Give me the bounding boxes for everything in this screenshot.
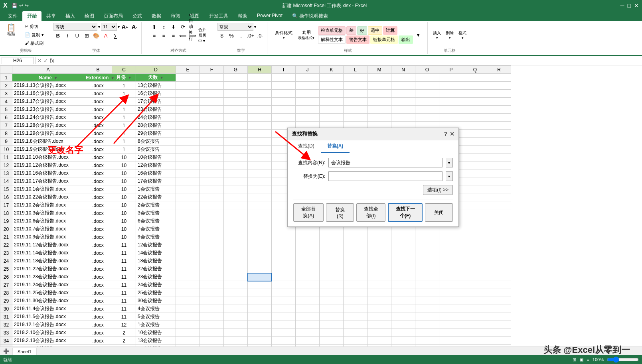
cell-33b[interactable]: .docx [84,329,112,337]
cell-29k[interactable] [320,297,344,305]
tab-developer[interactable]: 开发工具 [204,11,233,21]
cancel-formula-icon[interactable]: ✕ [37,57,42,64]
cell-21k[interactable] [320,233,344,241]
cell-30b[interactable]: .docx [84,305,112,313]
cell-26m[interactable] [367,273,391,281]
cell-23d[interactable]: 14会议报告 [136,249,176,257]
center-align-button[interactable]: ≡ [160,31,168,39]
cell-22m[interactable] [367,241,391,249]
cell-5p[interactable] [439,106,463,114]
cell-30c[interactable]: 11 [112,305,136,313]
cell-2g[interactable] [224,82,248,90]
cell-9f[interactable] [200,138,224,146]
find-input-arrow[interactable]: ▾ [446,158,453,167]
cell-3i[interactable] [272,90,296,98]
header-name[interactable]: Name ▼ [12,74,84,82]
cell-18d[interactable]: 3会议报告 [136,209,176,217]
table-format-button[interactable]: 套用 表格格式▾ [296,28,316,42]
cell-27j[interactable] [296,281,320,289]
cell-16a[interactable]: 2019.10.22会议报告.docx [12,193,84,201]
cell-34d[interactable]: 13会议报告 [136,337,176,345]
cell-6q[interactable] [463,114,487,122]
view-page-icon[interactable]: ≡ [587,357,589,362]
cell-28b[interactable]: .docx [84,289,112,297]
cell-22n[interactable] [391,241,415,249]
cell-17f[interactable] [200,201,224,209]
cell-5j[interactable] [296,106,320,114]
cell-6i[interactable] [272,114,296,122]
dialog-tab-find[interactable]: 查找(D) [292,140,321,153]
cell-34k[interactable] [320,337,344,345]
cell-13a[interactable]: 2019.10.16会议报告.docx [12,169,84,177]
cell-35g[interactable] [224,345,248,347]
cell-1e[interactable] [176,74,200,82]
cell-8h[interactable] [248,130,272,138]
cell-27h[interactable] [248,281,272,289]
cell-9g[interactable] [224,138,248,146]
cell-14b[interactable]: .docx [84,177,112,185]
border-button[interactable]: ⊞ [82,31,91,39]
cell-29i[interactable] [272,297,296,305]
cell-21l[interactable] [344,233,367,241]
cell-19e[interactable] [176,217,200,225]
col-header-H[interactable]: H [248,66,272,74]
close-dialog-button[interactable]: 关闭 [425,203,453,222]
font-color-button[interactable]: A [101,31,110,39]
cell-21a[interactable]: 2019.10.9会议报告.docx [12,233,84,241]
cell-19c[interactable]: 10 [112,217,136,225]
cut-button[interactable]: ✂ 剪切 [23,23,46,30]
cell-15g[interactable] [224,185,248,193]
warning-text-style[interactable]: 警告文本 [346,35,369,44]
cell-27q[interactable] [463,281,487,289]
cell-32m[interactable] [367,321,391,329]
cell-31n[interactable] [391,313,415,321]
cell-30j[interactable] [296,305,320,313]
cell-23l[interactable] [344,249,367,257]
cell-6h[interactable] [248,114,272,122]
cell-3m[interactable] [367,90,391,98]
cell-29j[interactable] [296,297,320,305]
cell-32c[interactable]: 12 [112,321,136,329]
cell-4g[interactable] [224,98,248,106]
cell-14q[interactable] [463,177,487,185]
cell-15c[interactable]: 10 [112,185,136,193]
cell-3r[interactable] [487,90,511,98]
cell-34j[interactable] [296,337,320,345]
cell-33g[interactable] [224,329,248,337]
cell-34c[interactable]: 2 [112,337,136,345]
cell-5q[interactable] [463,106,487,114]
cell-33i[interactable] [272,329,296,337]
cell-22l[interactable] [344,241,367,249]
cell-24h[interactable] [248,257,272,265]
cell-33n[interactable] [391,329,415,337]
cell-23h[interactable] [248,249,272,257]
cell-2j[interactable] [296,82,320,90]
cell-11a[interactable]: 2019.10.10会议报告.docx [12,153,84,161]
cell-15a[interactable]: 2019.10.1会议报告.docx [12,185,84,193]
cell-33m[interactable] [367,329,391,337]
cell-14f[interactable] [200,177,224,185]
cell-31k[interactable] [320,313,344,321]
cell-25o[interactable] [415,265,439,273]
cell-17c[interactable]: 10 [112,201,136,209]
cell-30n[interactable] [391,305,415,313]
cell-32f[interactable] [200,321,224,329]
cell-18g[interactable] [224,209,248,217]
fill-color-button[interactable]: 🎨 [92,31,101,39]
col-header-P[interactable]: P [439,66,463,74]
indent-increase-button[interactable]: ⟹ [188,31,197,39]
cell-33o[interactable] [415,329,439,337]
col-header-E[interactable]: E [176,66,200,74]
cell-35p[interactable] [439,345,463,347]
right-align-button[interactable]: ≡ [169,31,178,39]
top-align-button[interactable]: ⬆ [150,23,159,31]
cell-8b[interactable]: .docx [84,130,112,138]
cell-24f[interactable] [200,257,224,265]
cell-5r[interactable] [487,106,511,114]
cell-28a[interactable]: 2019.11.25会议报告.docx [12,289,84,297]
cell-17a[interactable]: 2019.10.2会议报告.docx [12,201,84,209]
cell-2a[interactable]: 2019.1.13会议报告.docx [12,82,84,90]
cell-12r[interactable] [487,161,511,169]
cell-31i[interactable] [272,313,296,321]
cell-10e[interactable] [176,146,200,153]
